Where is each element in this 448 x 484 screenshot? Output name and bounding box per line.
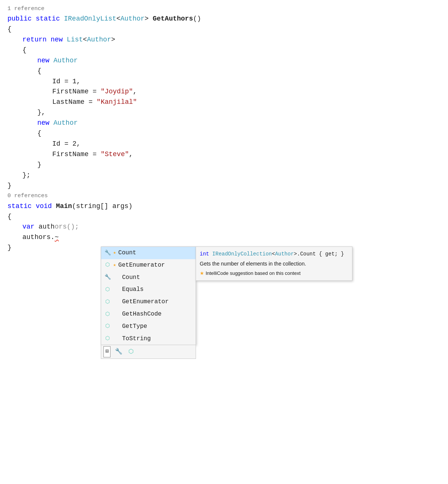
keyword-public: public: [7, 14, 36, 24]
string-joydip: "Joydip": [101, 87, 133, 97]
code-line-16: };: [0, 170, 448, 181]
star-icon-2: ★: [113, 261, 116, 269]
keyword-new-2: new: [37, 56, 53, 66]
brace-open: {: [7, 24, 12, 35]
ref-label-2: 0 references: [0, 191, 448, 201]
autocomplete-label-equals: Equals: [122, 285, 144, 294]
tooltip-get: { get; }: [319, 251, 344, 257]
keyword-new-3: new: [37, 118, 53, 128]
string-kanjilal: "Kanjilal": [97, 97, 137, 108]
code-id-2: Id = 2,: [52, 139, 81, 149]
autocomplete-item-count-star[interactable]: 🔧 ★ Count: [101, 247, 196, 259]
keyword-void: void: [36, 201, 56, 212]
brace-open-4: {: [37, 128, 41, 139]
code-line-4: {: [0, 45, 448, 56]
type-author-3: Author: [53, 56, 78, 66]
star-icon-1: ★: [113, 249, 116, 257]
tooltip-interface: IReadOnlyCollection: [212, 251, 272, 257]
cube-icon-4: ⬡: [104, 310, 111, 319]
toolbar-icon-wrench[interactable]: 🔧: [113, 347, 124, 357]
autocomplete-item-equals[interactable]: ⬡ Equals: [101, 283, 196, 296]
tooltip-intellicode-text: IntelliCode suggestion based on this con…: [206, 270, 301, 276]
punc-parens: (): [193, 14, 201, 24]
autocomplete-popup[interactable]: 🔧 ★ Count ⬡ ★ GetEnumerator 🔧 Count: [101, 246, 352, 359]
code-editor: 1 reference public static IReadOnlyList<…: [0, 0, 448, 484]
brace-open-main: {: [7, 212, 12, 222]
cube-icon-1: ⬡: [104, 261, 111, 269]
code-line-13: Id = 2,: [0, 139, 448, 149]
punc-comma-2: ,: [129, 149, 133, 160]
code-line-20: var authors();: [0, 222, 448, 232]
code-ors: ors();: [55, 222, 79, 232]
punc-comma-1: ,: [133, 87, 137, 97]
brace-close-2: }: [37, 160, 41, 170]
punc-main-params: (string[]: [72, 201, 112, 212]
brace-close-main: }: [7, 243, 12, 253]
autocomplete-item-getenumerator[interactable]: ⬡ GetEnumerator: [101, 296, 196, 308]
method-getauthors: GetAuthors: [153, 14, 193, 24]
type-list: List: [67, 35, 83, 45]
autocomplete-item-tostring[interactable]: ⬡ ToString: [101, 333, 196, 345]
tooltip-count-prop: Count: [300, 251, 319, 257]
keyword-static-2: static: [7, 201, 36, 212]
type-ireadonlylist: IReadOnlyList: [64, 14, 116, 24]
tooltip-int: int: [200, 251, 212, 257]
ref-label-1: 1 reference: [0, 4, 448, 14]
punc-gt: >: [144, 14, 153, 24]
code-line-1: public static IReadOnlyList<Author> GetA…: [0, 14, 448, 24]
param-args: args: [112, 201, 128, 212]
cube-icon-2: ⬡: [104, 286, 111, 294]
cube-icon-5: ⬡: [104, 322, 111, 331]
tooltip-signature: int IReadOnlyCollection<Author>.Count { …: [200, 250, 348, 258]
autocomplete-list[interactable]: 🔧 ★ Count ⬡ ★ GetEnumerator 🔧 Count: [101, 246, 196, 345]
autocomplete-label-gettype: GetType: [122, 322, 147, 331]
autocomplete-label-count: Count: [122, 273, 140, 282]
code-auth: auth: [38, 222, 55, 232]
toolbar-icon-grid[interactable]: ⊞: [103, 346, 111, 357]
wrench-icon-1: 🔧: [104, 249, 111, 257]
autocomplete-item-getenumerator-star[interactable]: ⬡ ★ GetEnumerator: [101, 259, 196, 272]
punc-lt2: <: [83, 35, 87, 45]
code-line-5: new Author: [0, 56, 448, 66]
autocomplete-item-gettype[interactable]: ⬡ GetType: [101, 320, 196, 333]
toolbar-icon-cube[interactable]: ⬡: [127, 347, 135, 357]
brace-open-2: {: [22, 45, 27, 56]
code-lastname-1: LastName =: [52, 97, 97, 108]
code-firstname-2: FirstName =: [52, 149, 101, 160]
punc-gt2: >: [111, 35, 115, 45]
punc-lt: <: [116, 14, 121, 24]
tooltip-star-icon: ★: [200, 270, 204, 276]
autocomplete-toolbar[interactable]: ⊞ 🔧 ⬡: [101, 345, 196, 359]
cube-icon-3: ⬡: [104, 298, 111, 306]
code-line-18: static void Main(string[] args): [0, 201, 448, 212]
autocomplete-label-gethashcode: GetHashCode: [122, 310, 162, 319]
brace-open-3: {: [37, 66, 41, 77]
brace-close-semi: };: [22, 170, 31, 181]
type-author-4: Author: [53, 118, 78, 128]
string-steve: "Steve": [101, 149, 129, 160]
code-line-9: LastName = "Kanjilal": [0, 97, 448, 108]
autocomplete-label-count-star: Count: [118, 248, 136, 258]
code-line-2: {: [0, 24, 448, 35]
tooltip-description: Gets the number of elements in the colle…: [200, 260, 348, 268]
code-id-1: Id = 1,: [52, 77, 81, 87]
code-line-21: authors.~: [0, 232, 448, 243]
autocomplete-item-count[interactable]: 🔧 Count: [101, 272, 196, 284]
keyword-static: static: [36, 14, 64, 24]
keyword-var: var: [22, 222, 38, 232]
code-line-6: {: [0, 66, 448, 77]
autocomplete-tooltip: int IReadOnlyCollection<Author>.Count { …: [196, 246, 352, 281]
type-author: Author: [121, 14, 145, 24]
code-line-3: return new List<Author>: [0, 35, 448, 45]
autocomplete-label-tostring: ToString: [122, 334, 151, 344]
code-line-10: },: [0, 108, 448, 118]
autocomplete-label-getenumerator: GetEnumerator: [122, 297, 169, 307]
keyword-new-1: new: [51, 35, 67, 45]
code-authors-dot: authors.: [22, 232, 55, 243]
code-line-7: Id = 1,: [0, 77, 448, 87]
autocomplete-label-getenumerator-star: GetEnumerator: [118, 261, 165, 270]
code-line-15: }: [0, 160, 448, 170]
tooltip-generic: <: [272, 251, 275, 257]
tooltip-intellicode: ★ IntelliCode suggestion based on this c…: [200, 270, 348, 277]
autocomplete-item-gethashcode[interactable]: ⬡ GetHashCode: [101, 308, 196, 320]
